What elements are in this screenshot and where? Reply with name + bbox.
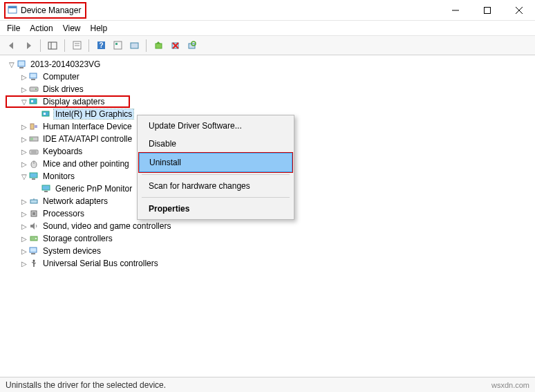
tree-label: Sound, video and game controllers: [41, 221, 172, 231]
statusbar: Uninstalls the driver for the selected d…: [0, 377, 535, 392]
twisty-icon[interactable]: ▷: [19, 248, 29, 255]
tree-label: Human Interface Device: [41, 122, 133, 131]
title-highlight: Device Manager: [4, 2, 86, 19]
menu-file[interactable]: File: [7, 24, 20, 33]
svg-rect-33: [35, 125, 37, 128]
hid-icon: [29, 122, 41, 131]
show-hide-tree-button[interactable]: [45, 38, 60, 53]
svg-text:?: ?: [99, 41, 103, 49]
tree-item-display-adapters[interactable]: ▽ Display adapters: [6, 95, 130, 108]
close-button[interactable]: [503, 0, 535, 21]
twisty-icon[interactable]: ▷: [19, 136, 29, 143]
menu-action[interactable]: Action: [30, 24, 53, 33]
mouse-icon: [29, 160, 41, 168]
tree-item-computer[interactable]: ▷ Computer: [7, 71, 535, 83]
processor-icon: [29, 209, 41, 218]
network-icon: [29, 197, 41, 205]
twisty-icon[interactable]: ▷: [19, 235, 29, 243]
svg-rect-24: [30, 73, 37, 78]
window-title: Device Manager: [21, 6, 81, 15]
svg-rect-15: [131, 43, 138, 48]
ctx-separator: [142, 197, 290, 198]
tree-item-storage[interactable]: ▷ Storage controllers: [7, 232, 535, 245]
titlebar: Device Manager: [0, 0, 535, 21]
menu-view[interactable]: View: [63, 24, 81, 33]
twisty-icon[interactable]: ▽: [19, 173, 29, 180]
svg-rect-13: [114, 41, 122, 49]
keyboard-icon: [29, 147, 41, 156]
svg-rect-45: [30, 200, 37, 203]
twisty-icon[interactable]: ▷: [19, 223, 29, 230]
ctx-scan-hardware[interactable]: Scan for hardware changes: [139, 177, 292, 195]
twisty-icon[interactable]: ▷: [19, 73, 29, 81]
maximize-button[interactable]: [471, 0, 503, 21]
svg-point-54: [33, 260, 35, 262]
scan-hardware-button[interactable]: [184, 38, 199, 53]
svg-rect-3: [485, 7, 491, 13]
svg-rect-52: [31, 253, 35, 254]
forward-button[interactable]: [21, 38, 36, 53]
computer-icon: [17, 59, 29, 69]
tree-label: Processors: [41, 209, 86, 218]
twisty-icon[interactable]: ▷: [19, 86, 29, 93]
svg-rect-48: [32, 212, 35, 215]
twisty-icon[interactable]: ▽: [7, 61, 17, 68]
back-button[interactable]: [4, 38, 19, 53]
svg-rect-16: [156, 44, 162, 48]
tree-label: Display adapters: [41, 97, 106, 106]
ctx-uninstall[interactable]: Uninstall: [140, 153, 292, 171]
tree-label: Keyboards: [41, 147, 84, 156]
properties-button[interactable]: [69, 38, 84, 53]
twisty-icon[interactable]: ▷: [19, 210, 29, 218]
uninstall-button[interactable]: [167, 38, 182, 53]
tree-label: Monitors: [41, 171, 76, 181]
storage-icon: [29, 234, 41, 243]
twisty-icon[interactable]: ▷: [19, 260, 29, 268]
menu-help[interactable]: Help: [91, 24, 108, 33]
svg-rect-32: [30, 124, 34, 129]
twisty-icon[interactable]: ▷: [19, 198, 29, 205]
tree-label: Network adapters: [41, 196, 109, 206]
svg-rect-25: [31, 79, 35, 80]
svg-rect-1: [8, 6, 17, 8]
minimize-button[interactable]: [440, 0, 471, 21]
tree-item-system-devices[interactable]: ▷ System devices: [7, 245, 535, 257]
system-icon: [29, 247, 41, 255]
sound-icon: [29, 222, 41, 230]
toolbar-btn-5[interactable]: [110, 38, 125, 53]
svg-rect-6: [48, 42, 57, 49]
svg-rect-31: [44, 113, 46, 115]
help-button[interactable]: ?: [93, 38, 109, 53]
svg-rect-23: [19, 67, 24, 68]
toolbar-btn-6[interactable]: [126, 38, 142, 53]
twisty-icon[interactable]: ▽: [19, 98, 29, 106]
tree-item-disk-drives[interactable]: ▷ Disk drives: [7, 83, 535, 95]
tree-label: Universal Serial Bus controllers: [41, 259, 160, 268]
tree-item-sound[interactable]: ▷ Sound, video and game controllers: [7, 220, 535, 232]
usb-icon: [29, 259, 41, 268]
tree-item-usb[interactable]: ▷ Universal Serial Bus controllers: [7, 257, 535, 270]
tree-root[interactable]: ▽ 2013-20140323VG: [7, 58, 535, 71]
tree-label: 2013-20140323VG: [29, 59, 102, 69]
tree-label: System devices: [41, 246, 102, 256]
tree-label: IDE ATA/ATAPI controlle: [41, 134, 133, 144]
twisty-icon[interactable]: ▷: [19, 148, 29, 156]
tree-label: Storage controllers: [41, 234, 114, 243]
monitor-icon: [29, 172, 41, 180]
svg-rect-14: [115, 43, 118, 45]
menubar: File Action View Help: [0, 21, 535, 36]
ctx-properties[interactable]: Properties: [139, 200, 292, 218]
ctx-disable[interactable]: Disable: [139, 135, 292, 153]
display-adapter-icon: [29, 97, 41, 106]
svg-rect-42: [32, 178, 35, 180]
svg-rect-36: [30, 150, 38, 154]
svg-rect-43: [42, 185, 50, 190]
ctx-update-driver[interactable]: Update Driver Software...: [139, 117, 292, 135]
update-driver-button[interactable]: [151, 38, 166, 53]
display-adapter-icon: [41, 110, 54, 118]
tree-label: Mice and other pointing: [41, 159, 131, 169]
twisty-icon[interactable]: ▷: [19, 160, 29, 168]
tree-label: Intel(R) HD Graphics: [54, 109, 133, 119]
computer-icon: [29, 73, 41, 81]
twisty-icon[interactable]: ▷: [19, 123, 29, 131]
